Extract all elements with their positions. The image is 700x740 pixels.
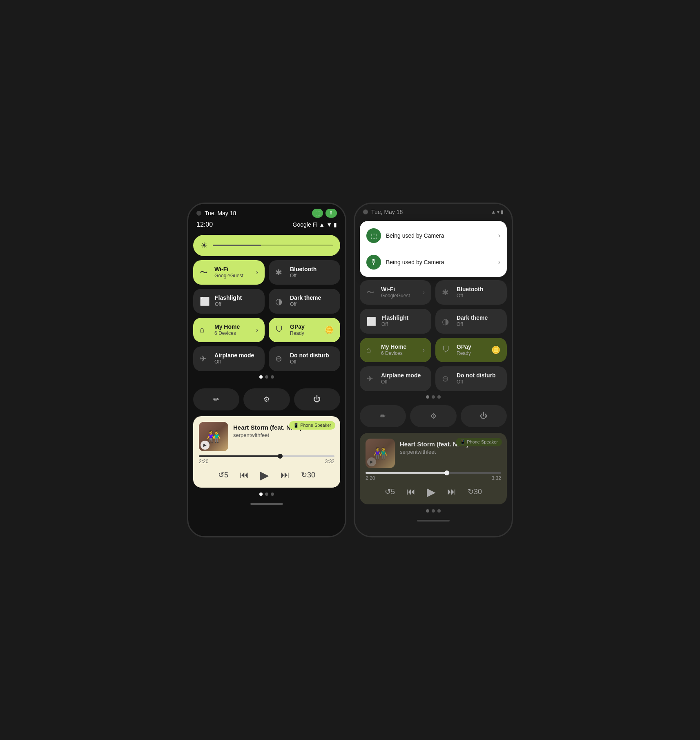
status-bar-dark-right: ▲▼▮ <box>491 209 504 215</box>
media-card-dark: 📱 Phone Speaker 👫 ▶ Heart Storm (feat. N… <box>360 433 507 504</box>
edit-button[interactable]: ✏ <box>193 388 239 410</box>
tile-dark-dnd-text: Do not disturb Off <box>457 372 500 385</box>
camera-dot <box>196 211 201 216</box>
brightness-row[interactable]: ☀ <box>193 235 340 256</box>
wifi-status-icon: ▼ <box>326 221 332 228</box>
carrier-info: Google Fi ▲ ▼ ▮ <box>293 221 337 228</box>
signal-icon: ▲ <box>319 221 325 228</box>
tile-wifi[interactable]: 〜 Wi-Fi GoogleGuest › <box>193 260 265 285</box>
status-bar-left: Tue, May 18 <box>196 210 236 216</box>
tile-dark-flashlight[interactable]: ⬜ Flashlight Off <box>360 309 431 333</box>
tile-dark-wifi-title: Wi-Fi <box>381 286 418 293</box>
dot-dark-2 <box>432 395 435 399</box>
play-mini-button-dark[interactable]: ▶ <box>367 457 376 466</box>
edit-icon-dark: ✏ <box>380 412 386 421</box>
tile-flashlight-text: Flashlight Off <box>215 294 258 308</box>
tile-dark-wifi-text: Wi-Fi GoogleGuest <box>381 286 418 299</box>
gpay-icon: ⛉ <box>275 325 285 334</box>
privacy-mic-arrow-icon: › <box>498 259 500 266</box>
tile-dark-theme[interactable]: ◑ Dark theme Off <box>269 289 340 313</box>
tile-dark-gpay-subtitle: Ready <box>457 350 486 357</box>
tile-dark-dark-theme[interactable]: ◑ Dark theme Off <box>435 309 507 333</box>
dnd-icon-dark: ⊖ <box>442 374 452 383</box>
tile-my-home[interactable]: ⌂ My Home 6 Devices › <box>193 318 265 342</box>
page-dots-light <box>193 375 340 379</box>
tile-dark-bluetooth[interactable]: ✱ Bluetooth Off <box>435 280 507 305</box>
dot-dark-1 <box>426 395 429 399</box>
tile-dark-dnd[interactable]: ⊖ Do not disturb Off <box>435 366 507 391</box>
tile-airplane[interactable]: ✈ Airplane mode Off <box>193 346 265 371</box>
prev-button[interactable]: ⏮ <box>240 470 249 480</box>
flashlight-icon-dark: ⬜ <box>366 317 377 326</box>
privacy-item-camera[interactable]: ⬚ Being used by Camera › <box>360 223 507 249</box>
speaker-badge-text: 📱 Phone Speaker <box>293 423 331 428</box>
privacy-item-mic[interactable]: 🎙 Being used by Camera › <box>360 249 507 275</box>
gpay-card-icon: 🪙 <box>325 325 334 334</box>
flashlight-icon: ⬜ <box>200 296 210 306</box>
mic-icon: 🎙 <box>329 210 334 216</box>
media-controls-dark: ↺5 ⏮ ▶ ⏭ ↻30 <box>366 485 501 499</box>
power-button-dark[interactable]: ⏻ <box>461 405 507 427</box>
tile-dark-dnd-title: Do not disturb <box>457 372 500 379</box>
tile-flashlight[interactable]: ⬜ Flashlight Off <box>193 289 265 313</box>
tile-gpay[interactable]: ⛉ GPay Ready 🪙 <box>269 318 340 342</box>
tile-dark-flashlight-text: Flashlight Off <box>381 314 425 328</box>
power-icon-dark: ⏻ <box>480 412 487 420</box>
home-bar-dark <box>417 520 450 522</box>
tile-wifi-title: Wi-Fi <box>214 266 251 273</box>
edit-icon: ✏ <box>213 395 219 404</box>
time-row-light: 12:00 Google Fi ▲ ▼ ▮ <box>188 220 345 232</box>
mic-pill[interactable]: 🎙 <box>325 209 337 218</box>
tile-flashlight-subtitle: Off <box>215 301 258 308</box>
progress-thumb-dark[interactable] <box>444 470 449 475</box>
date-label: Tue, May 18 <box>205 210 236 216</box>
edit-button-dark[interactable]: ✏ <box>360 405 406 427</box>
phone-dark: Tue, May 18 ▲▼▮ ⬚ Being used by Camera ›… <box>354 203 513 537</box>
battery-icon: ▮ <box>334 221 337 228</box>
speaker-badge-dark: 📱 Phone Speaker <box>456 438 502 446</box>
media-thumbnail-dark: 👫 ▶ <box>366 439 395 468</box>
play-pause-button[interactable]: ▶ <box>260 468 269 482</box>
speaker-badge-light: 📱 Phone Speaker <box>289 421 335 430</box>
progress-thumb-light[interactable] <box>278 454 283 459</box>
tile-dnd[interactable]: ⊖ Do not disturb Off <box>269 346 340 371</box>
progress-bar-light[interactable] <box>199 455 334 457</box>
gpay-icon-dark: ⛉ <box>442 345 452 354</box>
settings-button[interactable]: ⚙ <box>243 388 290 410</box>
dark-theme-icon-dark: ◑ <box>442 317 452 326</box>
brightness-bar[interactable] <box>213 245 333 246</box>
tiles-grid-light: 〜 Wi-Fi GoogleGuest › ✱ Bluetooth Off ⬜ <box>193 260 340 371</box>
tile-dark-my-home-title: My Home <box>381 343 418 350</box>
privacy-mic-icon: 🎙 <box>370 259 377 266</box>
tile-dark-gpay-text: GPay Ready <box>457 343 486 357</box>
camera-icon: ⬚ <box>315 210 320 216</box>
tile-dark-gpay[interactable]: ⛉ GPay Ready 🪙 <box>435 338 507 362</box>
next-button[interactable]: ⏭ <box>281 470 290 480</box>
forward-30-button-dark[interactable]: ↻30 <box>468 487 482 496</box>
tile-dark-flashlight-subtitle: Off <box>381 321 425 328</box>
tile-dark-wifi[interactable]: 〜 Wi-Fi GoogleGuest › <box>360 280 431 305</box>
tile-bluetooth[interactable]: ✱ Bluetooth Off <box>269 260 340 285</box>
next-button-dark[interactable]: ⏭ <box>447 486 456 497</box>
tile-dark-my-home[interactable]: ⌂ My Home 6 Devices › <box>360 338 431 362</box>
camera-pill[interactable]: ⬚ <box>312 209 323 218</box>
prev-button-dark[interactable]: ⏮ <box>406 486 415 497</box>
tile-dark-airplane-text: Airplane mode Off <box>381 372 425 385</box>
rewind-5-button-dark[interactable]: ↺5 <box>385 487 395 496</box>
bottom-buttons-light: ✏ ⚙ ⏻ <box>188 385 345 414</box>
tile-dark-airplane-subtitle: Off <box>381 379 425 386</box>
privacy-camera-icon: ⬚ <box>371 232 377 240</box>
progress-bar-dark[interactable] <box>366 472 501 474</box>
rewind-5-button[interactable]: ↺5 <box>218 470 228 479</box>
wifi-arrow-icon: › <box>256 269 258 276</box>
tile-dark-my-home-text: My Home 6 Devices <box>381 343 418 357</box>
play-pause-button-dark[interactable]: ▶ <box>427 485 436 499</box>
tile-dark-airplane[interactable]: ✈ Airplane mode Off <box>360 366 431 391</box>
progress-times-light: 2:20 3:32 <box>199 459 334 464</box>
tile-dark-flashlight-title: Flashlight <box>381 314 425 321</box>
play-mini-button[interactable]: ▶ <box>201 441 210 450</box>
power-button[interactable]: ⏻ <box>294 388 340 410</box>
settings-button-dark[interactable]: ⚙ <box>410 405 456 427</box>
gpay-card-icon-dark: 🪙 <box>491 345 500 354</box>
forward-30-button[interactable]: ↻30 <box>301 470 315 479</box>
